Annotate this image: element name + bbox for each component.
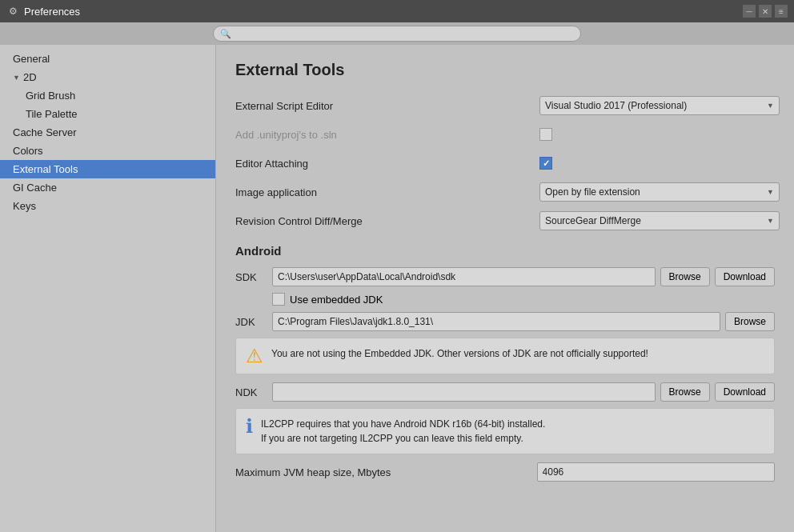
image-application-value: Open by file extension [545,186,640,198]
external-script-editor-control: Visual Studio 2017 (Professional) ▼ [539,96,780,115]
sidebar-item-external-tools[interactable]: External Tools [0,160,215,178]
search-input[interactable] [235,28,574,39]
ndk-label: NDK [235,386,267,398]
sidebar-item-tile-palette[interactable]: Tile Palette [0,105,215,123]
ndk-info-text: IL2CPP requires that you have Android ND… [261,417,545,446]
revision-control-dropdown[interactable]: SourceGear DiffMerge ▼ [539,211,780,230]
sidebar-item-grid-brush-label: Grid Brush [26,90,75,102]
sidebar: General ▼ 2D Grid Brush Tile Palette Cac… [0,45,216,532]
close-button[interactable]: ✕ [759,5,772,18]
sidebar-item-tile-palette-label: Tile Palette [26,108,78,120]
window-title: Preferences [24,6,738,18]
android-section-title: Android [235,244,775,258]
add-unityproj-checkbox[interactable] [539,128,552,141]
sdk-download-button[interactable]: Download [715,267,775,286]
search-bar: 🔍 [0,22,794,45]
add-unityproj-label: Add .unityproj's to .sln [235,129,539,141]
sidebar-item-cache-server[interactable]: Cache Server [0,123,215,142]
dropdown-arrow-icon-2: ▼ [767,188,774,196]
minimize-button[interactable]: ─ [743,5,756,18]
sidebar-item-general-label: General [13,53,50,65]
editor-attaching-row: Editor Attaching [235,153,775,174]
jdk-path-input[interactable] [272,312,720,331]
image-application-dropdown[interactable]: Open by file extension ▼ [539,182,780,202]
sidebar-item-grid-brush[interactable]: Grid Brush [0,86,215,105]
ndk-download-button[interactable]: Download [715,382,775,402]
info-icon: ℹ [246,417,253,436]
dropdown-arrow-icon-3: ▼ [767,217,774,225]
revision-control-control: SourceGear DiffMerge ▼ [539,211,780,230]
max-heap-row: Maximum JVM heap size, Mbytes [235,462,775,482]
sidebar-item-cache-server-label: Cache Server [13,126,76,138]
editor-attaching-control [539,157,775,170]
embedded-jdk-label: Use embedded JDK [290,294,383,306]
sidebar-item-colors-label: Colors [13,145,43,157]
image-application-control: Open by file extension ▼ [539,182,780,202]
preferences-window: ⚙ Preferences ─ ✕ ≡ 🔍 General ▼ 2D Grid … [0,0,794,532]
sidebar-item-keys-label: Keys [13,200,36,212]
jdk-row: JDK Browse [235,312,775,331]
ndk-path-input[interactable] [272,382,656,402]
max-heap-input[interactable] [537,462,775,482]
jdk-warning-box: ⚠ You are not using the Embedded JDK. Ot… [235,338,775,374]
search-wrap: 🔍 [213,26,581,42]
jdk-browse-button[interactable]: Browse [725,312,775,331]
revision-control-row: Revision Control Diff/Merge SourceGear D… [235,210,775,231]
main-layout: General ▼ 2D Grid Brush Tile Palette Cac… [0,45,794,532]
sdk-label: SDK [235,271,267,283]
external-script-editor-label: External Script Editor [235,100,539,112]
ndk-info-box: ℹ IL2CPP requires that you have Android … [235,408,775,454]
revision-control-label: Revision Control Diff/Merge [235,215,539,227]
menu-button[interactable]: ≡ [775,5,788,18]
image-application-label: Image application [235,186,539,198]
warning-icon: ⚠ [246,346,263,366]
sdk-browse-button[interactable]: Browse [660,267,710,286]
embedded-jdk-row: Use embedded JDK [235,293,775,306]
external-script-editor-dropdown[interactable]: Visual Studio 2017 (Professional) ▼ [539,96,780,115]
sidebar-item-gi-cache[interactable]: GI Cache [0,178,215,197]
max-heap-label: Maximum JVM heap size, Mbytes [235,466,537,478]
window-controls: ─ ✕ ≡ [743,5,788,18]
add-unityproj-row: Add .unityproj's to .sln [235,124,775,145]
external-script-editor-row: External Script Editor Visual Studio 201… [235,95,775,116]
sidebar-item-colors[interactable]: Colors [0,142,215,160]
sidebar-item-keys[interactable]: Keys [0,197,215,215]
sidebar-item-general[interactable]: General [0,50,215,68]
sidebar-item-external-tools-label: External Tools [13,163,78,175]
sdk-row: SDK Browse Download [235,267,775,286]
page-title: External Tools [235,61,775,79]
add-unityproj-control [539,128,775,141]
embedded-jdk-checkbox[interactable] [272,293,285,306]
external-script-editor-value: Visual Studio 2017 (Professional) [545,100,687,111]
jdk-label: JDK [235,316,267,328]
title-bar: ⚙ Preferences ─ ✕ ≡ [0,0,794,22]
ndk-row: NDK Browse Download [235,382,775,402]
ndk-browse-button[interactable]: Browse [660,382,710,402]
triangle-icon: ▼ [13,74,20,82]
revision-control-value: SourceGear DiffMerge [545,215,641,226]
sidebar-item-gi-cache-label: GI Cache [13,182,57,194]
jdk-warning-text: You are not using the Embedded JDK. Othe… [271,346,648,361]
search-icon: 🔍 [220,29,231,39]
image-application-row: Image application Open by file extension… [235,182,775,202]
settings-section: External Script Editor Visual Studio 201… [235,95,775,231]
sidebar-item-2d-label: 2D [23,71,37,83]
editor-attaching-checkbox[interactable] [539,157,552,170]
android-section: Android SDK Browse Download Use embedded… [235,244,775,482]
editor-attaching-label: Editor Attaching [235,158,539,170]
dropdown-arrow-icon: ▼ [767,102,774,110]
content-area: External Tools External Script Editor Vi… [216,45,794,532]
sidebar-item-2d[interactable]: ▼ 2D [0,68,215,86]
sdk-path-input[interactable] [272,267,656,286]
window-icon: ⚙ [6,5,19,18]
